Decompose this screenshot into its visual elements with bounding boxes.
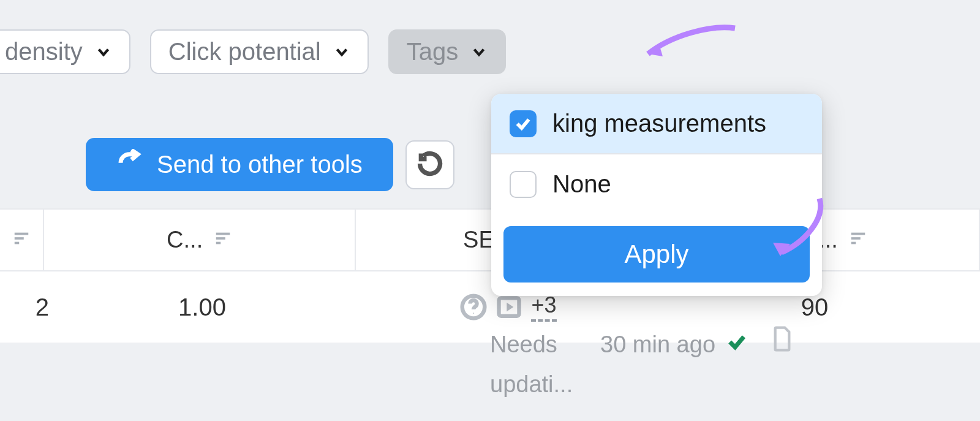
checkbox-checked-icon	[510, 110, 537, 137]
refresh-icon	[417, 150, 443, 179]
filter-click-potential-label: Click potential	[168, 38, 321, 66]
send-to-other-tools-button[interactable]: Send to other tools	[86, 138, 393, 191]
tag-option-label: king measurements	[552, 110, 766, 137]
filter-row: density Click potential Tags	[0, 29, 506, 74]
sort-icon	[12, 227, 31, 253]
chevron-down-icon	[333, 44, 350, 61]
chevron-down-icon	[470, 44, 488, 61]
results-table: C... SER... Clic... 2 1.00	[0, 208, 980, 343]
share-arrow-icon	[116, 149, 142, 180]
filter-density[interactable]: density	[0, 29, 130, 74]
play-square-icon[interactable]	[496, 294, 522, 320]
row-extra-behind: Needs updati... 30 min ago	[490, 325, 793, 404]
cell-click-value: 90	[801, 294, 829, 321]
chevron-down-icon	[95, 44, 112, 61]
annotation-arrow-apply	[761, 195, 828, 271]
filter-tags-label: Tags	[407, 38, 459, 66]
filter-density-label: density	[5, 38, 83, 66]
question-circle-icon[interactable]	[460, 294, 487, 320]
svg-point-13	[473, 313, 475, 314]
file-icon[interactable]	[772, 325, 793, 365]
cell-c-value: 1.00	[178, 294, 226, 321]
status-text-line2: updati...	[490, 365, 576, 404]
cell-serp: +3	[355, 292, 662, 322]
checkbox-empty-icon	[510, 171, 537, 198]
table-header: C... SER... Clic...	[0, 208, 980, 271]
column-header-c-label: C...	[167, 227, 203, 253]
sort-icon	[214, 227, 232, 253]
tag-option-king-measurements[interactable]: king measurements	[491, 94, 822, 153]
column-header-blank[interactable]	[0, 210, 44, 270]
column-header-c[interactable]: C...	[44, 210, 356, 270]
cell-c: 1.00	[49, 294, 355, 321]
apply-button-label: Apply	[624, 240, 688, 268]
updated-time: 30 min ago	[600, 325, 715, 365]
action-row: Send to other tools	[86, 138, 454, 191]
cell-click: 90	[662, 294, 968, 321]
cell-0-value: 2	[36, 294, 49, 321]
serp-more-count[interactable]: +3	[531, 292, 556, 322]
refresh-button[interactable]	[405, 140, 454, 189]
annotation-arrow-tags	[637, 23, 747, 87]
tag-option-label: None	[552, 170, 611, 198]
cell-0: 2	[12, 294, 49, 321]
status-text-line1: Needs	[490, 325, 576, 365]
sort-icon	[849, 227, 867, 253]
check-icon	[726, 325, 747, 365]
svg-marker-15	[507, 303, 514, 312]
filter-tags[interactable]: Tags	[388, 29, 507, 74]
send-button-label: Send to other tools	[157, 151, 363, 178]
filter-click-potential[interactable]: Click potential	[150, 29, 369, 74]
